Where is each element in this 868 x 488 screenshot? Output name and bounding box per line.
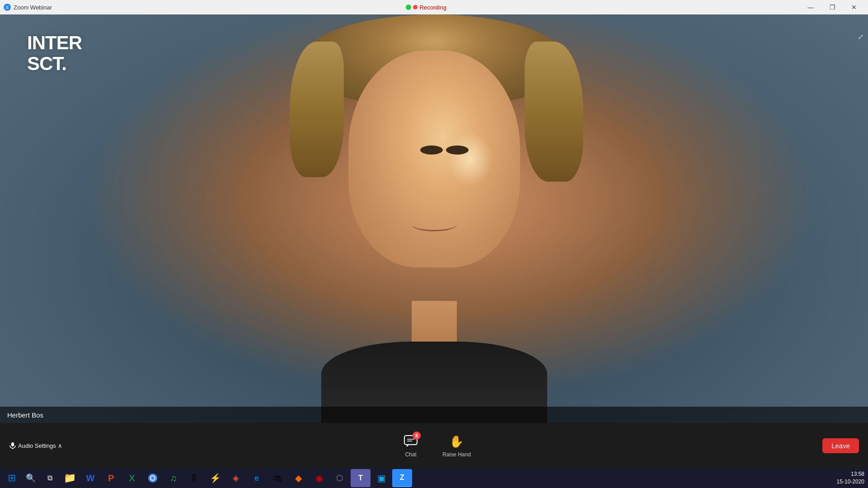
speaker-video (276, 14, 592, 423)
system-clock: 13:58 15-10-2020 (837, 470, 864, 486)
taskbar-app-orange[interactable]: ◆ (288, 469, 308, 487)
taskbar-chrome[interactable] (143, 469, 163, 487)
raise-hand-icon: ✋ (449, 435, 464, 449)
task-view-button[interactable]: ⧉ (41, 469, 59, 487)
window-controls[interactable]: — ❐ ✕ (800, 0, 864, 14)
raise-hand-label: Raise Hand (442, 451, 471, 458)
title-bar-left: Z Zoom Webinar (4, 4, 52, 11)
taskbar-store[interactable]: 🛍 (267, 469, 287, 487)
raise-hand-icon-container: ✋ (448, 433, 464, 450)
svg-rect-2 (11, 442, 14, 446)
taskbar-app-blue[interactable]: ▣ (371, 469, 391, 487)
taskbar-app-red[interactable]: ◉ (309, 469, 329, 487)
leave-button[interactable]: Leave (822, 438, 859, 453)
meeting-toolbar: Audio Settings ∧ 8 Chat ✋ Raise Hand Lea… (0, 423, 868, 468)
microphone-icon (9, 442, 16, 449)
minimize-button[interactable]: — (800, 0, 821, 14)
windows-taskbar: ⊞ 🔍 ⧉ 📁 W P X ♫ 🎙 ⚡ ◈ e 🛍 ◆ ◉ ⬡ T ▣ Z 13… (0, 468, 868, 488)
raise-hand-button[interactable]: ✋ Raise Hand (442, 433, 471, 458)
face-highlight (448, 132, 493, 186)
audio-settings-chevron: ∧ (58, 442, 62, 449)
clock-time: 13:58 (837, 470, 864, 478)
clock-date: 15-10-2020 (837, 478, 864, 486)
mouth (412, 218, 457, 231)
chat-badge: 8 (413, 432, 421, 440)
chat-button[interactable]: 8 Chat (397, 433, 424, 458)
taskbar-teams[interactable]: T (351, 469, 371, 487)
close-button[interactable]: ✕ (844, 0, 864, 14)
video-background: INTER SCT. ⤢ Herbert Bos (0, 14, 868, 423)
svg-text:Z: Z (6, 5, 9, 9)
restore-button[interactable]: ❐ (822, 0, 843, 14)
taskbar-edge[interactable]: e (247, 469, 267, 487)
recording-label: Recording (419, 4, 446, 11)
expand-icon[interactable]: ⤢ (858, 33, 863, 41)
taskbar-microphone-app[interactable]: 🎙 (184, 469, 204, 487)
taskbar-git[interactable]: ◈ (226, 469, 246, 487)
taskbar-spotify[interactable]: ♫ (164, 469, 183, 487)
taskbar-powerpoint[interactable]: P (101, 469, 121, 487)
hair-side-right (525, 42, 583, 182)
window-title: Zoom Webinar (14, 4, 52, 11)
brand-watermark: INTER SCT. (27, 33, 82, 74)
chat-icon-container: 8 (403, 433, 419, 450)
taskbar-file-explorer[interactable]: 📁 (60, 469, 80, 487)
taskbar-excel[interactable]: X (122, 469, 142, 487)
chat-label: Chat (405, 451, 416, 458)
start-button[interactable]: ⊞ (3, 469, 21, 487)
recording-status-dot (406, 5, 411, 10)
taskbar-app-gray[interactable]: ⬡ (330, 469, 350, 487)
face-skin (348, 51, 520, 267)
hair-side-left (290, 42, 344, 177)
eye-left (420, 145, 443, 155)
recording-indicator: Recording (406, 4, 446, 11)
search-button[interactable]: 🔍 (22, 469, 40, 487)
title-bar: Z Zoom Webinar Recording — ❐ ✕ (0, 0, 868, 14)
taskbar-word[interactable]: W (80, 469, 100, 487)
eye-right (446, 145, 469, 155)
video-area: INTER SCT. ⤢ Herbert Bos (0, 14, 868, 423)
audio-settings-button[interactable]: Audio Settings ∧ (9, 442, 62, 449)
svg-point-9 (151, 476, 155, 480)
zoom-icon: Z (4, 4, 11, 11)
taskbar-vscode[interactable]: ⚡ (205, 469, 225, 487)
record-red-dot (413, 5, 418, 9)
speaker-name-bar: Herbert Bos (0, 407, 868, 423)
audio-settings-label: Audio Settings (18, 442, 56, 449)
speaker-name-label: Herbert Bos (7, 411, 43, 419)
taskbar-zoom[interactable]: Z (392, 469, 412, 487)
